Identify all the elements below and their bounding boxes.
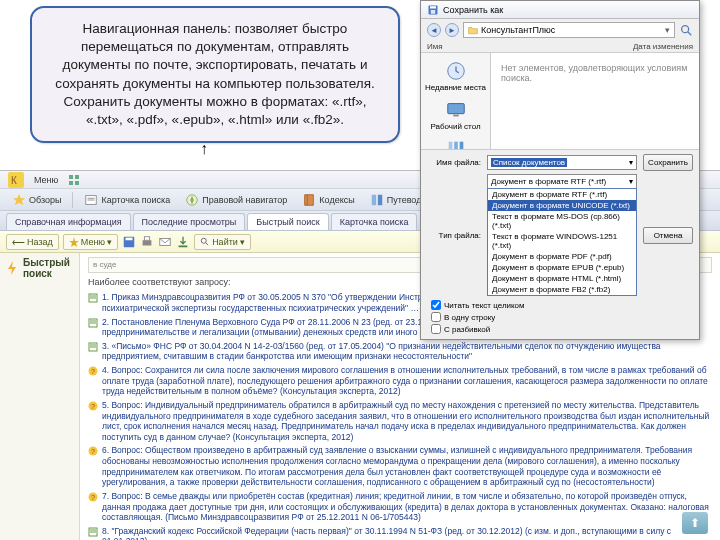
chevron-down-icon[interactable]: ▾: [629, 158, 633, 167]
save-icon[interactable]: [122, 235, 136, 249]
nav-menu-button[interactable]: Меню▾: [63, 234, 118, 250]
tab-quick-search[interactable]: Быстрый поиск: [247, 213, 328, 230]
filetype-option[interactable]: Документ в формате RTF (*.rtf): [488, 189, 636, 200]
dialog-title: Сохранить как: [443, 5, 503, 15]
svg-rect-18: [75, 181, 79, 185]
path-text: КонсультантПлюс: [481, 25, 555, 35]
result-text: 7. Вопрос: В семье дважды или приобретён…: [102, 491, 712, 523]
result-text: 8. "Гражданский кодекс Российской Федера…: [102, 526, 712, 540]
svg-rect-6: [447, 104, 464, 114]
checkbox[interactable]: [431, 300, 441, 310]
result-item[interactable]: ?4. Вопрос: Сохранится ли сила после зак…: [88, 365, 712, 397]
reviews-button[interactable]: Обзоры: [6, 190, 67, 210]
result-text: 5. Вопрос: Индивидуальный предпринимател…: [102, 400, 712, 443]
search-icon[interactable]: [679, 23, 693, 37]
tab-recent[interactable]: Последние просмотры: [133, 213, 246, 230]
question-icon: ?: [88, 366, 98, 376]
svg-rect-1: [430, 6, 436, 8]
filetype-option[interactable]: Текст в формате WINDOWS-1251 (*.txt): [488, 231, 636, 251]
filetype-option[interactable]: Документ в формате PDF (*.pdf): [488, 251, 636, 262]
filetype-option[interactable]: Текст в формате MS-DOS (ср.866) (*.txt): [488, 211, 636, 231]
card-icon: [84, 193, 98, 207]
result-item[interactable]: 8. "Гражданский кодекс Российской Федера…: [88, 526, 712, 540]
grid-icon[interactable]: [68, 174, 80, 186]
option-split[interactable]: С разбивкой: [427, 323, 693, 335]
save-as-dialog: Сохранить как ◄ ► КонсультантПлюс ▾ Имя …: [420, 0, 700, 340]
separator: [72, 192, 73, 208]
save-icon: [427, 4, 439, 16]
result-item[interactable]: ?6. Вопрос: Обществом произведено в арби…: [88, 445, 712, 488]
mail-icon[interactable]: [158, 235, 172, 249]
col-name[interactable]: Имя: [427, 42, 443, 51]
left-sidebar: Быстрыйпоиск: [0, 253, 80, 540]
dialog-footer: Имя файла: Список документов ▾ Сохранить…: [421, 149, 699, 339]
place-desktop[interactable]: Рабочий стол: [423, 97, 488, 133]
scroll-up-button[interactable]: ⬆: [682, 512, 708, 534]
result-item[interactable]: ?5. Вопрос: Индивидуальный предпринимате…: [88, 400, 712, 443]
svg-rect-25: [371, 194, 375, 205]
filetype-option[interactable]: Документ в формате UNICODE (*.txt): [488, 200, 636, 211]
svg-point-37: [201, 238, 206, 243]
lightning-icon: [4, 260, 20, 276]
chevron-down-icon[interactable]: ▾: [629, 177, 633, 186]
filetype-option[interactable]: Документ в формате FB2 (*.fb2): [488, 284, 636, 295]
filetype-field[interactable]: Документ в формате RTF (*.rtf) ▾: [487, 174, 637, 189]
forward-icon[interactable]: ►: [445, 23, 459, 37]
find-button[interactable]: Найти▾: [194, 234, 251, 250]
tab-reference[interactable]: Справочная информация: [6, 213, 131, 230]
export-icon[interactable]: [176, 235, 190, 249]
svg-rect-34: [145, 236, 150, 240]
codex-button[interactable]: Кодексы: [296, 190, 360, 210]
quick-search-label[interactable]: Быстрыйпоиск: [4, 257, 75, 279]
card-search-button[interactable]: Карточка поиска: [78, 190, 176, 210]
doc-icon: [88, 293, 98, 303]
checkbox[interactable]: [431, 324, 441, 334]
filetype-option[interactable]: Документ в формате EPUB (*.epub): [488, 262, 636, 273]
query-text: в суде: [93, 260, 116, 269]
filetype-value: Документ в формате RTF (*.rtf): [491, 177, 606, 186]
doc-icon: [88, 527, 98, 537]
file-list[interactable]: Нет элементов, удовлетворяющих условиям …: [491, 53, 699, 149]
filename-label: Имя файла:: [427, 158, 481, 167]
result-item[interactable]: ?7. Вопрос: В семье дважды или приобретё…: [88, 491, 712, 523]
legal-nav-button[interactable]: Правовой навигатор: [179, 190, 293, 210]
result-text: 6. Вопрос: Обществом произведено в арбит…: [102, 445, 712, 488]
filetype-option[interactable]: Документ в формате HTML (*.html): [488, 273, 636, 284]
place-recent[interactable]: Недавние места: [423, 58, 488, 94]
col-date[interactable]: Дата изменения: [633, 42, 693, 51]
back-icon: ⟵: [12, 237, 25, 247]
checkbox[interactable]: [431, 312, 441, 322]
back-icon[interactable]: ◄: [427, 23, 441, 37]
filename-field[interactable]: Список документов ▾: [487, 155, 637, 170]
svg-text:?: ?: [91, 403, 95, 410]
print-icon[interactable]: [140, 235, 154, 249]
recent-icon: [445, 60, 467, 82]
option-single-line[interactable]: В одну строку: [427, 311, 693, 323]
option-read-whole[interactable]: Читать текст целиком: [427, 299, 693, 311]
result-item[interactable]: 3. «Письмо» ФНС РФ от 30.04.2004 N 14-2-…: [88, 341, 712, 362]
tab-card-search[interactable]: Карточка поиска: [331, 213, 418, 230]
filename-value: Список документов: [491, 158, 567, 167]
dialog-titlebar: Сохранить как: [421, 1, 699, 19]
result-text: 4. Вопрос: Сохранится ли сила после закл…: [102, 365, 712, 397]
filetype-label: Тип файла:: [427, 231, 481, 240]
chevron-down-icon: ▾: [107, 237, 112, 247]
chevron-down-icon: ▾: [240, 237, 245, 247]
path-field[interactable]: КонсультантПлюс ▾: [463, 22, 675, 38]
cancel-button[interactable]: Отмена: [643, 227, 693, 244]
filetype-dropdown: Документ в формате RTF (*.rtf)Документ в…: [487, 188, 637, 296]
svg-rect-33: [143, 240, 152, 245]
save-button[interactable]: Сохранить: [643, 154, 693, 171]
star-icon: [69, 237, 79, 247]
svg-text:?: ?: [91, 448, 95, 455]
svg-rect-2: [431, 10, 436, 14]
doc-icon: [88, 318, 98, 328]
back-button[interactable]: ⟵Назад: [6, 234, 59, 250]
guides-icon: [370, 193, 384, 207]
app-icon: К: [8, 172, 24, 188]
chevron-down-icon[interactable]: ▾: [665, 25, 670, 35]
result-text: 3. «Письмо» ФНС РФ от 30.04.2004 N 14-2-…: [102, 341, 712, 362]
menu-item[interactable]: Меню: [34, 175, 58, 185]
question-icon: ?: [88, 446, 98, 456]
arrow-up-icon: ⬆: [690, 516, 700, 530]
